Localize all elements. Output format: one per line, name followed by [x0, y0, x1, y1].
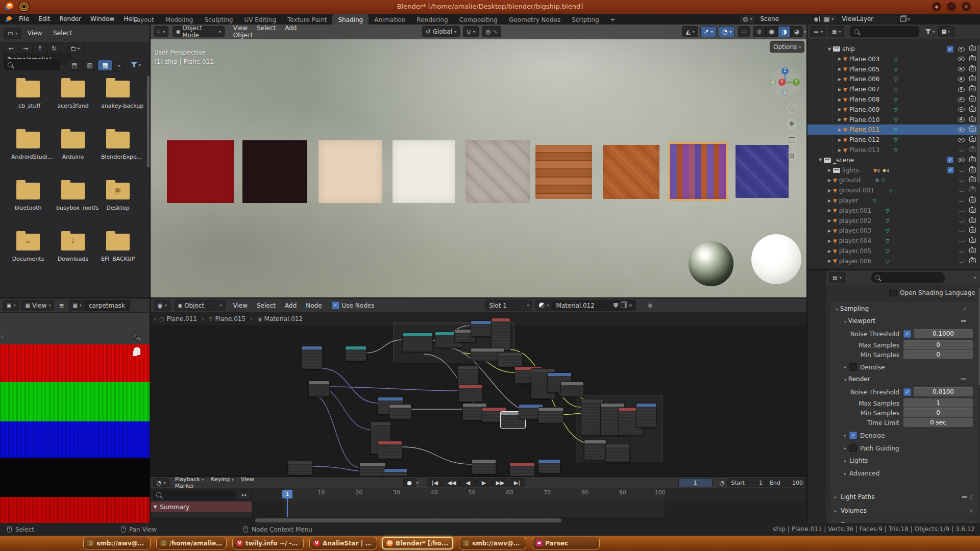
- render-visibility-camera-icon[interactable]: [969, 127, 976, 132]
- node-menu-add[interactable]: Add: [280, 302, 301, 309]
- outliner-scrollbar[interactable]: [977, 45, 979, 183]
- outliner-item-label[interactable]: Plane.010: [849, 116, 880, 123]
- outliner-item-label[interactable]: ship: [842, 45, 855, 53]
- slot-dropdown[interactable]: Slot 1▾: [485, 300, 532, 311]
- display-vertical-list-button[interactable]: ▤: [67, 60, 82, 71]
- visibility-eye-icon[interactable]: [959, 229, 965, 232]
- visibility-eye-icon[interactable]: [959, 239, 965, 242]
- outliner-expand-arrow[interactable]: ▶: [826, 188, 833, 193]
- outliner-row-Plane.005[interactable]: ▶▼Plane.005▽: [807, 64, 980, 74]
- window-close-button[interactable]: ×: [962, 2, 971, 11]
- outliner-row-player[interactable]: ▶▼player▽: [807, 195, 980, 206]
- visibility-dropdown[interactable]: ◭▾: [682, 26, 698, 37]
- display-thumbnail-button[interactable]: ▦: [97, 60, 113, 71]
- taskbar-window-2[interactable]: ▯/home/amalie/...: [156, 537, 227, 549]
- play-button[interactable]: ▶: [476, 478, 492, 487]
- material-plane-mat-wood[interactable]: [535, 145, 592, 199]
- outliner-expand-arrow[interactable]: ▶: [836, 117, 843, 122]
- visibility-eye-icon[interactable]: [958, 67, 965, 71]
- material-plane-mat-gray[interactable]: [465, 140, 530, 203]
- outliner-row-player.004[interactable]: ▶▼player.004▽: [807, 236, 980, 246]
- file-browser-menu-view[interactable]: View: [23, 24, 46, 42]
- properties-search-input[interactable]: [871, 272, 945, 283]
- menu-window[interactable]: Window: [86, 14, 119, 24]
- snap-toggle[interactable]: ∪▾: [463, 26, 479, 37]
- file-browser-menu-select[interactable]: Select: [48, 24, 77, 42]
- render-visibility-camera-icon[interactable]: [969, 177, 976, 182]
- render-visibility-camera-icon[interactable]: [969, 248, 976, 253]
- outliner-item-label[interactable]: lights: [842, 167, 859, 174]
- render-visibility-camera-icon[interactable]: [969, 167, 976, 172]
- fake-user-icon[interactable]: [614, 303, 618, 308]
- blender-menu-icon[interactable]: [5, 16, 12, 22]
- folder-item[interactable]: bluetooth: [11, 183, 45, 211]
- taskbar-window-5[interactable]: ⵔBlender* [/ho...: [382, 537, 453, 549]
- display-size-dropdown[interactable]: ▾: [113, 61, 125, 72]
- viewport-zoom-icon[interactable]: [786, 103, 797, 114]
- collection-checkbox[interactable]: ✓: [947, 167, 954, 173]
- outliner-item-label[interactable]: player.002: [839, 217, 871, 224]
- shader-node[interactable]: [359, 462, 386, 478]
- collapsed-menus-icon[interactable]: ≡: [59, 302, 64, 309]
- rn-max-samples-field[interactable]: 1: [903, 398, 973, 408]
- outliner-row-player.002[interactable]: ▶▼player.002▽: [807, 216, 980, 226]
- visibility-eye-icon[interactable]: [959, 219, 965, 222]
- material-plane-mat-rust[interactable]: [603, 145, 659, 199]
- shader-node[interactable]: [402, 333, 433, 352]
- visibility-eye-icon[interactable]: [959, 249, 965, 253]
- rn-denoise-checkbox[interactable]: ✓: [849, 432, 857, 439]
- nav-up-button[interactable]: ↑: [33, 43, 47, 54]
- folder-item[interactable]: busybox_rootfs: [56, 183, 90, 211]
- material-plane-mat-stripes[interactable]: [670, 144, 726, 199]
- breadcrumb-mesh[interactable]: Plane.015: [215, 315, 246, 322]
- jump-start-button[interactable]: |◀: [427, 478, 443, 487]
- volumes-panel[interactable]: ▸Volumes⣿: [830, 505, 977, 517]
- menu-render[interactable]: Render: [55, 14, 86, 24]
- outliner-expand-arrow[interactable]: ▶: [836, 138, 843, 142]
- viewport-editor-type-button[interactable]: ⟂▾: [154, 26, 168, 37]
- outliner-item-label[interactable]: player.005: [839, 247, 871, 255]
- outliner-expand-arrow[interactable]: ▼: [817, 158, 824, 162]
- light-paths-panel[interactable]: ▸Light Paths≔ ⣿: [830, 491, 977, 503]
- visibility-eye-icon[interactable]: [959, 179, 965, 182]
- timeline-editor-type-button[interactable]: ◔▾: [153, 478, 169, 487]
- timeline-menu-view[interactable]: View: [237, 476, 258, 483]
- file-browser-scrollbar[interactable]: [147, 76, 150, 167]
- gizmo-x-axis[interactable]: X: [778, 79, 786, 86]
- outliner-item-label[interactable]: _scene: [833, 157, 854, 164]
- shader-node[interactable]: [378, 441, 402, 459]
- vp-denoise-row[interactable]: ▸Denoise: [844, 363, 885, 371]
- outliner-item-label[interactable]: Plane.013: [849, 146, 880, 154]
- render-visibility-camera-icon[interactable]: [969, 228, 976, 233]
- outliner-row-Plane.013[interactable]: ▶▼Plane.013▽×: [807, 145, 980, 155]
- vp-min-samples-field[interactable]: 0: [903, 350, 973, 359]
- rn-denoise-row[interactable]: ▸✓Denoise: [844, 432, 885, 439]
- visibility-eye-icon[interactable]: [959, 169, 965, 172]
- outliner-row-ground.001[interactable]: ▶▼ground.001▽×: [807, 185, 980, 195]
- osl-row[interactable]: Open Shading Language: [889, 289, 975, 296]
- breadcrumb-object[interactable]: Plane.011: [166, 315, 197, 322]
- outliner-row-player.003[interactable]: ▶▼player.003▽: [807, 226, 980, 236]
- outliner-item-label[interactable]: player.006: [839, 258, 871, 265]
- gizmo-z-axis[interactable]: Z: [781, 67, 789, 74]
- carpetmask-image[interactable]: [0, 344, 150, 524]
- render-visibility-camera-icon[interactable]: [969, 76, 976, 81]
- node-menu-node[interactable]: Node: [301, 302, 326, 309]
- folder-item[interactable]: ↓Downloads: [56, 234, 90, 262]
- navigation-gizmo[interactable]: Z Y X: [770, 67, 800, 97]
- outliner-item-label[interactable]: player.003: [839, 227, 871, 234]
- current-frame-field[interactable]: 1: [678, 478, 713, 487]
- outliner-row-Plane.006[interactable]: ▶▼Plane.006▽: [807, 74, 980, 84]
- viewport-ortho-icon[interactable]: ⊞: [786, 150, 797, 161]
- proportional-edit-toggle[interactable]: ◎∿: [482, 26, 502, 37]
- shader-type-dropdown[interactable]: ▣Object▾: [175, 300, 226, 311]
- outliner-row-Plane.012[interactable]: ▶▼Plane.012▽: [807, 135, 980, 145]
- outliner-row-Plane.007[interactable]: ▶▼Plane.007▽: [807, 84, 980, 94]
- render-visibility-camera-icon[interactable]: [969, 107, 976, 112]
- render-visibility-camera-icon[interactable]: [969, 137, 976, 142]
- nav-refresh-button[interactable]: ↻: [47, 43, 61, 54]
- render-visibility-camera-icon[interactable]: [969, 258, 976, 263]
- next-key-button[interactable]: ▶▶: [492, 478, 508, 487]
- shader-node[interactable]: [538, 459, 560, 473]
- viewport-camera-icon[interactable]: [786, 134, 797, 145]
